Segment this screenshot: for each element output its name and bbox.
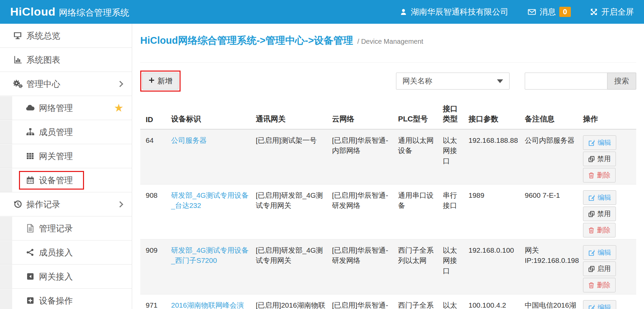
caret-square-icon [25, 272, 36, 281]
submenu-gutter [0, 120, 12, 144]
edit-button[interactable]: 编辑 [583, 135, 616, 150]
device-link[interactable]: 研发部_4G测试专用设备_西门子S7200 [171, 246, 249, 264]
toggle-button[interactable]: 禁用 [583, 152, 616, 166]
sidebar-item-management-center[interactable]: 管理中心 [0, 72, 132, 96]
pencil-square-icon [588, 194, 595, 201]
table-row: 64 公司服务器 [已启用]测试架一号 [已启用]华辰智通-内部网络 通用以太网… [140, 129, 636, 185]
add-button-label: 新增 [158, 76, 172, 86]
chevron-right-icon [117, 81, 123, 87]
cell-gateway: [已启用]2016湖南物联网峰会 [256, 294, 332, 309]
sidebar-item-gateway-access[interactable]: 网关接入 [0, 265, 132, 289]
sidebar-item-label: 网络管理 [39, 102, 73, 114]
sidebar-item-device-management[interactable]: 设备管理 [0, 168, 132, 192]
plus-square-icon [25, 296, 36, 305]
submenu-gutter [0, 144, 12, 168]
sidebar-item-label: 设备管理 [39, 175, 73, 186]
cell-cloud-network: [已启用]华辰智通-研发网络 [332, 239, 398, 294]
sidebar-item-device-operations[interactable]: 设备操作 [0, 289, 132, 309]
app-window: HiCloud网络综合管理系统 湖南华辰智通科技有限公司 消息 0 开启全屏 系… [0, 0, 644, 309]
cell-device: 研发部_4G测试专用设备_台达232 [171, 185, 256, 239]
sidebar-item-member-management[interactable]: 成员管理 [0, 120, 132, 144]
cell-gateway: [已启用]研发部_4G测试专用网关 [256, 239, 332, 294]
delete-button[interactable]: 删除 [583, 168, 616, 182]
submenu-gutter [0, 241, 12, 265]
main-content: HiCloud网络综合管理系统->管理中心->设备管理 / Device Man… [132, 24, 644, 309]
search-button[interactable]: 搜索 [607, 73, 636, 90]
sidebar-item-gateway-management[interactable]: 网关管理 [0, 144, 132, 168]
sidebar-item-system-charts[interactable]: 系统图表 [0, 48, 132, 72]
edit-button[interactable]: 编辑 [583, 190, 616, 205]
cell-actions: 编辑 禁用 删除 [583, 185, 636, 239]
messages-label: 消息 [540, 6, 556, 17]
device-link[interactable]: 2016湖南物联网峰会演示箱 [171, 301, 244, 309]
cell-remark: 9600 7-E-1 [525, 185, 583, 239]
plus-icon [148, 77, 155, 85]
cell-gateway: [已启用]测试架一号 [256, 129, 332, 185]
device-link[interactable]: 研发部_4G测试专用设备_台达232 [171, 191, 249, 209]
submenu-gutter [0, 217, 12, 240]
toggle-button[interactable]: 启用 [583, 262, 616, 276]
cell-plc-model: 西门子全系列以太网 [398, 294, 443, 309]
select-value: 网关名称 [402, 76, 432, 86]
sidebar-item-network-management[interactable]: 网络管理 ★ [0, 96, 132, 120]
star-icon: ★ [114, 102, 124, 113]
sidebar-item-management-records[interactable]: 管理记录 [0, 216, 132, 240]
table-row: 971 2016湖南物联网峰会演示箱 [已启用]2016湖南物联网峰会 [已启用… [140, 294, 636, 309]
add-button[interactable]: 新增 [142, 73, 179, 90]
sidebar-item-operation-records[interactable]: 操作记录 [0, 192, 132, 216]
cell-device: 2016湖南物联网峰会演示箱 [171, 294, 256, 309]
cell-device: 公司服务器 [171, 129, 256, 185]
edit-button[interactable]: 编辑 [583, 245, 616, 260]
pencil-square-icon [588, 249, 595, 256]
messages-count-badge: 0 [559, 7, 571, 17]
breadcrumb: HiCloud网络综合管理系统->管理中心->设备管理 / Device Man… [140, 34, 636, 63]
logo-primary: HiCloud [10, 5, 56, 18]
company-name: 湖南华辰智通科技有限公司 [411, 6, 508, 17]
cell-interface-param: 1989 [469, 185, 525, 239]
cell-actions: 编辑 启用 删除 [583, 294, 636, 309]
caret-down-icon [497, 79, 503, 83]
cell-remark: 网关IP:192.168.0.198 [525, 239, 583, 294]
company-account[interactable]: 湖南华辰智通科技有限公司 [399, 6, 508, 17]
action-label: 启用 [597, 264, 611, 273]
clone-icon [588, 266, 595, 272]
sidebar-item-label: 网关接入 [39, 271, 73, 282]
sidebar-item-member-access[interactable]: 成员接入 [0, 240, 132, 265]
column-header: PLC型号 [398, 100, 443, 129]
search-input[interactable] [525, 73, 607, 90]
sidebar-item-system-overview[interactable]: 系统总览 [0, 24, 132, 48]
pencil-square-icon [588, 304, 595, 309]
column-header: 通讯网关 [256, 100, 332, 129]
share-icon [25, 248, 36, 256]
column-header: 接口类型 [443, 100, 469, 129]
delete-button[interactable]: 删除 [583, 223, 616, 237]
device-link[interactable]: 公司服务器 [171, 136, 207, 144]
cell-remark: 中国电信2016湖南物联网峰会 [525, 294, 583, 309]
cell-actions: 编辑 启用 删除 [583, 239, 636, 294]
action-label: 删除 [597, 281, 610, 290]
messages-button[interactable]: 消息 0 [527, 6, 571, 17]
edit-button[interactable]: 编辑 [583, 300, 616, 309]
sidebar-item-label: 管理记录 [39, 223, 73, 234]
column-header: ID [140, 100, 171, 129]
fullscreen-button[interactable]: 开启全屏 [590, 6, 634, 17]
toggle-button[interactable]: 禁用 [583, 207, 616, 221]
gears-icon [12, 79, 23, 89]
sidebar-item-label: 成员管理 [39, 127, 73, 138]
action-label: 禁用 [597, 154, 611, 163]
sidebar-item-label: 网关管理 [39, 151, 73, 162]
calendar-icon [25, 176, 36, 185]
submenu-gutter [0, 265, 12, 289]
fullscreen-label: 开启全屏 [601, 6, 634, 17]
table-row: 909 研发部_4G测试专用设备_西门子S7200 [已启用]研发部_4G测试专… [140, 239, 636, 294]
sidebar-nav: 系统总览 系统图表 管理中心 网络管理 ★ 成员管理 网关管理 [0, 24, 132, 309]
action-label: 编辑 [598, 248, 611, 257]
cell-id: 64 [140, 129, 171, 185]
cell-interface-param: 192.168.0.100 [469, 239, 525, 294]
pencil-square-icon [588, 139, 595, 146]
search-box: 搜索 [525, 73, 636, 90]
sidebar-item-label: 操作记录 [26, 199, 60, 210]
gateway-name-select[interactable]: 网关名称 [396, 73, 510, 90]
grid-icon [25, 152, 36, 160]
delete-button[interactable]: 删除 [583, 278, 616, 292]
